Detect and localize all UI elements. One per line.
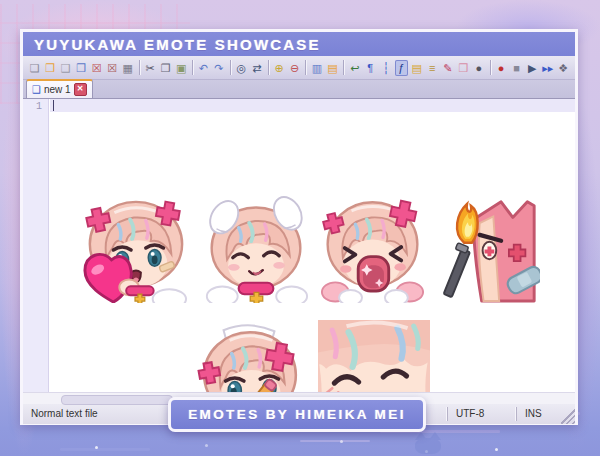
- find-icon[interactable]: ◎: [235, 60, 249, 76]
- cut-icon[interactable]: ✂: [143, 60, 157, 76]
- status-doc-type: Normal text file: [23, 407, 179, 421]
- emote-torch: [433, 196, 540, 303]
- credit-banner-text: EMOTES BY HIMEIKA MEI: [188, 407, 406, 422]
- notepad-window: YUYUKAWA EMOTE SHOWCASE ❏❒❑❒☒☒▦✂❐▣↶↷◎⇄⊕⊖…: [20, 29, 578, 425]
- close-all-icon[interactable]: ☒: [106, 60, 120, 76]
- close-file-icon[interactable]: ☒: [90, 60, 104, 76]
- line-number: 1: [36, 101, 42, 112]
- credit-banner: EMOTES BY HIMEIKA MEI: [168, 397, 426, 432]
- function-list-icon[interactable]: ƒ: [395, 60, 409, 76]
- folder-as-workspace-icon[interactable]: ❒: [457, 60, 471, 76]
- monitoring-icon[interactable]: ●: [472, 60, 486, 76]
- current-line-highlight: [50, 99, 575, 112]
- word-wrap-icon[interactable]: ↩: [348, 60, 362, 76]
- macro-save-icon[interactable]: ❖: [556, 60, 570, 76]
- save-file-icon[interactable]: ❑: [59, 60, 73, 76]
- redo-icon[interactable]: ↷: [212, 60, 226, 76]
- copy-icon[interactable]: ❐: [159, 60, 173, 76]
- cat-silhouette: [415, 438, 441, 454]
- tab-bar: ❑ new 1 ✕: [23, 80, 575, 99]
- editor-area[interactable]: 1: [23, 99, 575, 392]
- window-title: YUYUKAWA EMOTE SHOWCASE: [34, 36, 321, 53]
- sync-vertical-scroll-icon[interactable]: ▥: [310, 60, 324, 76]
- macro-stop-icon[interactable]: ■: [510, 60, 524, 76]
- background-glitch-bar: [300, 440, 370, 442]
- background-glitch-bar: [60, 448, 150, 451]
- paste-icon[interactable]: ▣: [174, 60, 188, 76]
- line-number-gutter: 1: [23, 99, 49, 392]
- emote-wailing: [320, 195, 425, 303]
- replace-icon[interactable]: ⇄: [250, 60, 264, 76]
- emote-taking-notes: [193, 320, 305, 392]
- emote-heart-hug: [80, 195, 190, 303]
- macro-record-icon[interactable]: ●: [494, 60, 508, 76]
- title-bar[interactable]: YUYUKAWA EMOTE SHOWCASE: [23, 32, 575, 56]
- macro-run-multiple-icon[interactable]: ▸▸: [541, 60, 555, 76]
- tab-label: new 1: [44, 84, 71, 95]
- emote-happy-pat: [203, 195, 309, 303]
- macro-play-icon[interactable]: ▶: [525, 60, 539, 76]
- toolbar-separator: [490, 60, 491, 75]
- emote-big-laugh: [318, 320, 430, 392]
- save-all-icon[interactable]: ❒: [75, 60, 89, 76]
- text-caret: [53, 100, 54, 111]
- document-list-icon[interactable]: ≡: [426, 60, 440, 76]
- background-sparkles: [95, 446, 98, 449]
- show-all-characters-icon[interactable]: ¶: [364, 60, 378, 76]
- print-icon[interactable]: ▦: [121, 60, 135, 76]
- sync-horizontal-scroll-icon[interactable]: ▤: [326, 60, 340, 76]
- toolbar-separator: [230, 60, 231, 75]
- status-encoding: UTF-8: [447, 407, 516, 421]
- undo-icon[interactable]: ↶: [197, 60, 211, 76]
- scrollbar-thumb[interactable]: [61, 395, 173, 405]
- toolbar-separator: [305, 60, 306, 75]
- toolbar-separator: [268, 60, 269, 75]
- define-language-icon[interactable]: ✎: [441, 60, 455, 76]
- toolbar-separator: [343, 60, 344, 75]
- show-indent-guide-icon[interactable]: ┆: [379, 60, 393, 76]
- floppy-disk-icon: ❑: [32, 85, 41, 95]
- zoom-in-icon[interactable]: ⊕: [272, 60, 286, 76]
- new-file-icon[interactable]: ❏: [28, 60, 42, 76]
- resize-grip[interactable]: [561, 404, 575, 424]
- toolbar-separator: [139, 60, 140, 75]
- open-file-icon[interactable]: ❒: [44, 60, 58, 76]
- document-map-icon[interactable]: ▤: [410, 60, 424, 76]
- zoom-out-icon[interactable]: ⊖: [288, 60, 302, 76]
- toolbar-separator: [192, 60, 193, 75]
- tab-new-1[interactable]: ❑ new 1 ✕: [26, 79, 93, 98]
- close-tab-icon[interactable]: ✕: [74, 83, 87, 96]
- toolbar: ❏❒❑❒☒☒▦✂❐▣↶↷◎⇄⊕⊖▥▤↩¶┆ƒ▤≡✎❒●●■▶▸▸❖: [23, 56, 575, 80]
- status-insert-mode: INS: [516, 407, 561, 421]
